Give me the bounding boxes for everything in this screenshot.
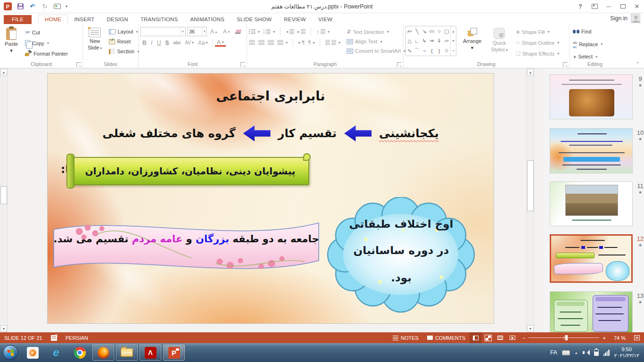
slide-title-textbox[interactable]: نابرابری اجتماعی (48, 89, 494, 103)
columns-button[interactable] (325, 40, 340, 45)
thumbnail-slide-9[interactable] (550, 74, 633, 119)
fit-to-window-button[interactable] (630, 332, 644, 343)
zoom-slider-thumb[interactable] (565, 335, 568, 340)
paste-button[interactable]: Paste (2, 26, 21, 60)
shape-brace-left-icon[interactable]: { (431, 48, 433, 54)
justify-button[interactable] (277, 40, 288, 45)
restore-icon[interactable] (616, 0, 630, 13)
shape-block-arrow-down-icon[interactable]: ⇓ (437, 38, 441, 44)
right-to-left-button[interactable]: ◂ (308, 40, 314, 45)
start-from-beginning-icon[interactable] (53, 3, 61, 10)
slide-editor[interactable]: نابرابری اجتماعی یکجانشینی تقسیم کار گرو… (47, 73, 494, 324)
bullets-button[interactable] (249, 29, 260, 34)
left-arrow-shape[interactable] (243, 125, 271, 141)
battery-icon[interactable] (594, 349, 599, 356)
underline-button[interactable]: U (155, 39, 163, 47)
font-name-input[interactable] (141, 29, 180, 34)
shape-elbow-icon[interactable]: ∟ (414, 38, 420, 44)
help-icon[interactable] (573, 0, 587, 13)
shape-elbow-arrow-icon[interactable]: ↳ (422, 38, 427, 44)
tab-slide-show[interactable]: SLIDE SHOW (231, 15, 278, 24)
tab-home[interactable]: HOME (38, 15, 68, 24)
shape-star-icon[interactable]: ☆ (444, 48, 449, 54)
arrange-button[interactable]: Arrange (460, 26, 484, 60)
taskbar-acrobat[interactable] (140, 345, 161, 361)
network-signal-icon[interactable] (603, 350, 610, 356)
grow-font-button[interactable]: A▲ (208, 28, 220, 35)
shape-flowchart-icon[interactable]: ▱ (445, 38, 448, 44)
thumbnail-slide-12-selected[interactable] (550, 234, 633, 283)
shrink-font-button[interactable]: A▼ (221, 28, 232, 35)
format-painter-button[interactable]: Format Painter (24, 49, 69, 58)
shapes-more-icon[interactable]: ≡ (450, 46, 456, 56)
cut-button[interactable]: Cut (24, 28, 69, 37)
line-spacing-button[interactable] (316, 29, 330, 34)
font-color-button[interactable]: A (215, 39, 226, 47)
font-name-combo[interactable] (140, 27, 186, 36)
taskbar-file-explorer[interactable] (116, 345, 138, 361)
font-dialog-launcher-icon[interactable] (240, 62, 245, 67)
scrollbar-thumb[interactable] (0, 186, 7, 204)
sign-in[interactable]: Sign in (610, 14, 640, 23)
cloud-shape[interactable]: اوج اختلاف طبقاتی در دوره ساسانیان بود. (323, 197, 479, 314)
reading-view-button[interactable] (494, 332, 506, 343)
flow-textbox[interactable]: یکجانشینی تقسیم کار گروه های مختلف شغلی (48, 125, 494, 141)
language-indicator[interactable]: PERSIAN (61, 332, 92, 343)
strikethrough-button[interactable]: abc (171, 40, 182, 46)
thumbnail-slide-13[interactable] (550, 291, 633, 332)
shape-fill-button[interactable]: Shape Fill (514, 28, 561, 36)
left-to-right-button[interactable]: ▸ (298, 40, 305, 45)
start-button[interactable] (3, 345, 18, 360)
customize-qat-icon[interactable] (66, 4, 67, 8)
left-arrow-shape[interactable] (344, 125, 372, 141)
find-button[interactable]: Find (571, 28, 619, 35)
align-left-button[interactable] (249, 40, 255, 45)
shape-line-icon[interactable]: ╲ (415, 28, 419, 34)
shape-curve-icon[interactable]: ~ (423, 48, 426, 54)
thumbnail-slide-10[interactable] (550, 128, 633, 173)
shape-effects-button[interactable]: Shape Effects (514, 49, 561, 58)
volume-icon[interactable] (583, 350, 589, 355)
collapse-ribbon-icon[interactable] (636, 61, 639, 66)
shape-outline-button[interactable]: Shape Outline (514, 39, 561, 47)
new-slide-button[interactable]: New Slide (85, 26, 105, 60)
shape-rectangle-icon[interactable]: ▭ (429, 28, 434, 34)
pink-wave-banner[interactable]: جامعه به دو طبقه بزرگان و عامه مردم تقسی… (50, 213, 322, 278)
tab-review[interactable]: REVIEW (278, 15, 312, 24)
shapes-scroll-down-icon[interactable]: ▼ (450, 36, 456, 46)
section-button[interactable]: Section (107, 48, 140, 55)
tab-file[interactable]: FILE (4, 15, 32, 24)
shape-brace-right-icon[interactable]: } (438, 48, 440, 54)
shapes-gallery[interactable]: A≡ ╲ ↘ ▭ ○ ▢ ▲ △ ∟ ↳ ⇒ ⇓ ▱ ▼ ∿ ⌒ ~ (405, 26, 456, 56)
text-shadow-button[interactable]: S (163, 39, 171, 47)
scroll-up-icon[interactable]: ▲ (0, 69, 7, 75)
shape-triangle-icon[interactable]: △ (408, 38, 412, 44)
ribbon-display-options-icon[interactable] (587, 0, 602, 13)
bold-button[interactable]: B (140, 39, 149, 47)
zoom-level[interactable]: 74 % (610, 332, 630, 343)
powerpoint-app-icon[interactable] (4, 2, 12, 10)
character-spacing-button[interactable]: AV (183, 40, 196, 46)
shapes-scroll-up-icon[interactable]: ▲ (450, 26, 456, 36)
taskbar-powerpoint[interactable] (163, 345, 185, 361)
numbering-button[interactable]: 12 (263, 29, 275, 34)
undo-icon[interactable] (29, 3, 36, 10)
spellcheck-button[interactable] (47, 332, 61, 343)
font-name-dropdown-icon[interactable] (180, 27, 185, 36)
clipboard-dialog-launcher-icon[interactable] (76, 62, 81, 67)
tab-transitions[interactable]: TRANSITIONS (134, 15, 184, 24)
thumb-scroll-up-icon[interactable]: ▲ (527, 69, 534, 75)
copy-button[interactable]: Copy (24, 39, 69, 47)
green-scroll-banner[interactable]: پیشوایان دینی، نظامیان، کشاورزان، دامدار… (71, 157, 309, 185)
input-language-indicator[interactable]: FA (550, 349, 557, 356)
slide-counter[interactable]: SLIDE 12 OF 21 (0, 332, 47, 343)
tab-design[interactable]: DESIGN (101, 15, 134, 24)
paste-dropdown-icon[interactable] (10, 48, 13, 54)
slide-vertical-scrollbar[interactable]: ▲ ▼ (0, 68, 8, 332)
paragraph-dialog-launcher-icon[interactable] (397, 62, 402, 67)
shape-scribble-icon[interactable]: ∿ (407, 48, 412, 54)
show-hidden-icons-icon[interactable] (575, 351, 578, 354)
align-center-button[interactable] (258, 40, 264, 45)
reset-button[interactable]: Reset (107, 38, 140, 45)
zoom-slider[interactable] (528, 337, 599, 338)
